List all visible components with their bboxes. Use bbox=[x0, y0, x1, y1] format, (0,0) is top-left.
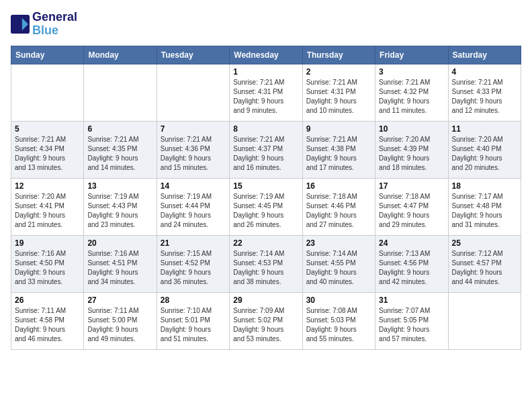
day-info: Sunrise: 7:11 AM Sunset: 4:58 PM Dayligh… bbox=[15, 306, 80, 344]
calendar-week-1: 1Sunrise: 7:21 AM Sunset: 4:31 PM Daylig… bbox=[11, 64, 521, 121]
day-number: 9 bbox=[306, 124, 371, 134]
weekday-header-friday: Friday bbox=[375, 46, 448, 64]
calendar-cell: 31Sunrise: 7:07 AM Sunset: 5:05 PM Dayli… bbox=[375, 292, 448, 349]
weekday-header-saturday: Saturday bbox=[448, 46, 521, 64]
calendar-cell: 6Sunrise: 7:21 AM Sunset: 4:35 PM Daylig… bbox=[84, 121, 157, 178]
day-number: 22 bbox=[233, 238, 298, 248]
day-number: 3 bbox=[379, 67, 444, 77]
day-number: 23 bbox=[306, 238, 371, 248]
day-info: Sunrise: 7:21 AM Sunset: 4:32 PM Dayligh… bbox=[379, 78, 444, 116]
day-info: Sunrise: 7:10 AM Sunset: 5:01 PM Dayligh… bbox=[161, 306, 226, 344]
day-info: Sunrise: 7:19 AM Sunset: 4:44 PM Dayligh… bbox=[161, 192, 226, 230]
day-number: 13 bbox=[87, 181, 152, 191]
day-number: 31 bbox=[379, 295, 444, 305]
header: General Blue bbox=[11, 11, 521, 38]
day-number: 26 bbox=[15, 295, 80, 305]
weekday-header-tuesday: Tuesday bbox=[157, 46, 229, 64]
calendar-week-3: 12Sunrise: 7:20 AM Sunset: 4:41 PM Dayli… bbox=[11, 178, 521, 235]
calendar-cell: 7Sunrise: 7:21 AM Sunset: 4:36 PM Daylig… bbox=[157, 121, 229, 178]
calendar-cell: 13Sunrise: 7:19 AM Sunset: 4:43 PM Dayli… bbox=[84, 178, 157, 235]
calendar-cell: 21Sunrise: 7:15 AM Sunset: 4:52 PM Dayli… bbox=[157, 235, 229, 292]
day-number: 12 bbox=[15, 181, 80, 191]
calendar-cell: 24Sunrise: 7:13 AM Sunset: 4:56 PM Dayli… bbox=[375, 235, 448, 292]
weekday-header-wednesday: Wednesday bbox=[230, 46, 302, 64]
day-info: Sunrise: 7:20 AM Sunset: 4:40 PM Dayligh… bbox=[452, 135, 517, 173]
day-info: Sunrise: 7:18 AM Sunset: 4:47 PM Dayligh… bbox=[379, 192, 444, 230]
calendar-cell: 25Sunrise: 7:12 AM Sunset: 4:57 PM Dayli… bbox=[448, 235, 521, 292]
calendar-cell: 23Sunrise: 7:14 AM Sunset: 4:55 PM Dayli… bbox=[302, 235, 375, 292]
calendar-cell: 17Sunrise: 7:18 AM Sunset: 4:47 PM Dayli… bbox=[375, 178, 448, 235]
calendar-cell: 22Sunrise: 7:14 AM Sunset: 4:53 PM Dayli… bbox=[230, 235, 302, 292]
day-info: Sunrise: 7:17 AM Sunset: 4:48 PM Dayligh… bbox=[452, 192, 517, 230]
day-info: Sunrise: 7:13 AM Sunset: 4:56 PM Dayligh… bbox=[379, 249, 444, 287]
day-number: 29 bbox=[233, 295, 298, 305]
day-info: Sunrise: 7:14 AM Sunset: 4:53 PM Dayligh… bbox=[233, 249, 298, 287]
logo-icon bbox=[11, 15, 30, 34]
day-info: Sunrise: 7:20 AM Sunset: 4:41 PM Dayligh… bbox=[15, 192, 80, 230]
weekday-header-thursday: Thursday bbox=[302, 46, 375, 64]
day-info: Sunrise: 7:21 AM Sunset: 4:37 PM Dayligh… bbox=[233, 135, 298, 173]
calendar-cell bbox=[157, 64, 229, 121]
calendar-week-5: 26Sunrise: 7:11 AM Sunset: 4:58 PM Dayli… bbox=[11, 292, 521, 349]
day-info: Sunrise: 7:07 AM Sunset: 5:05 PM Dayligh… bbox=[379, 306, 444, 344]
calendar-cell: 26Sunrise: 7:11 AM Sunset: 4:58 PM Dayli… bbox=[11, 292, 84, 349]
day-info: Sunrise: 7:21 AM Sunset: 4:31 PM Dayligh… bbox=[233, 78, 298, 116]
calendar-cell: 2Sunrise: 7:21 AM Sunset: 4:31 PM Daylig… bbox=[302, 64, 375, 121]
calendar-cell: 11Sunrise: 7:20 AM Sunset: 4:40 PM Dayli… bbox=[448, 121, 521, 178]
day-number: 2 bbox=[306, 67, 371, 77]
day-number: 1 bbox=[233, 67, 298, 77]
calendar-cell: 1Sunrise: 7:21 AM Sunset: 4:31 PM Daylig… bbox=[230, 64, 302, 121]
day-number: 15 bbox=[233, 181, 298, 191]
day-info: Sunrise: 7:21 AM Sunset: 4:38 PM Dayligh… bbox=[306, 135, 371, 173]
day-info: Sunrise: 7:12 AM Sunset: 4:57 PM Dayligh… bbox=[452, 249, 517, 287]
logo: General Blue bbox=[11, 11, 77, 38]
day-number: 16 bbox=[306, 181, 371, 191]
day-info: Sunrise: 7:09 AM Sunset: 5:02 PM Dayligh… bbox=[233, 306, 298, 344]
day-info: Sunrise: 7:19 AM Sunset: 4:45 PM Dayligh… bbox=[233, 192, 298, 230]
calendar-cell: 18Sunrise: 7:17 AM Sunset: 4:48 PM Dayli… bbox=[448, 178, 521, 235]
calendar-cell: 16Sunrise: 7:18 AM Sunset: 4:46 PM Dayli… bbox=[302, 178, 375, 235]
day-number: 17 bbox=[379, 181, 444, 191]
weekday-header-monday: Monday bbox=[84, 46, 157, 64]
calendar-cell: 19Sunrise: 7:16 AM Sunset: 4:50 PM Dayli… bbox=[11, 235, 84, 292]
day-info: Sunrise: 7:21 AM Sunset: 4:35 PM Dayligh… bbox=[87, 135, 152, 173]
day-info: Sunrise: 7:21 AM Sunset: 4:34 PM Dayligh… bbox=[15, 135, 80, 173]
day-number: 14 bbox=[161, 181, 226, 191]
calendar: SundayMondayTuesdayWednesdayThursdayFrid… bbox=[11, 46, 521, 350]
day-number: 4 bbox=[452, 67, 517, 77]
day-number: 5 bbox=[15, 124, 80, 134]
calendar-cell: 5Sunrise: 7:21 AM Sunset: 4:34 PM Daylig… bbox=[11, 121, 84, 178]
day-number: 27 bbox=[87, 295, 152, 305]
day-info: Sunrise: 7:19 AM Sunset: 4:43 PM Dayligh… bbox=[87, 192, 152, 230]
day-info: Sunrise: 7:21 AM Sunset: 4:36 PM Dayligh… bbox=[161, 135, 226, 173]
calendar-cell: 10Sunrise: 7:20 AM Sunset: 4:39 PM Dayli… bbox=[375, 121, 448, 178]
day-info: Sunrise: 7:16 AM Sunset: 4:51 PM Dayligh… bbox=[87, 249, 152, 287]
calendar-cell: 28Sunrise: 7:10 AM Sunset: 5:01 PM Dayli… bbox=[157, 292, 229, 349]
day-number: 6 bbox=[87, 124, 152, 134]
day-info: Sunrise: 7:11 AM Sunset: 5:00 PM Dayligh… bbox=[87, 306, 152, 344]
day-number: 25 bbox=[452, 238, 517, 248]
calendar-cell: 12Sunrise: 7:20 AM Sunset: 4:41 PM Dayli… bbox=[11, 178, 84, 235]
calendar-week-4: 19Sunrise: 7:16 AM Sunset: 4:50 PM Dayli… bbox=[11, 235, 521, 292]
calendar-cell: 14Sunrise: 7:19 AM Sunset: 4:44 PM Dayli… bbox=[157, 178, 229, 235]
logo-text: General Blue bbox=[32, 11, 77, 38]
calendar-cell bbox=[11, 64, 84, 121]
day-number: 7 bbox=[161, 124, 226, 134]
day-number: 8 bbox=[233, 124, 298, 134]
day-number: 20 bbox=[87, 238, 152, 248]
calendar-cell: 29Sunrise: 7:09 AM Sunset: 5:02 PM Dayli… bbox=[230, 292, 302, 349]
day-info: Sunrise: 7:21 AM Sunset: 4:33 PM Dayligh… bbox=[452, 78, 517, 116]
day-info: Sunrise: 7:15 AM Sunset: 4:52 PM Dayligh… bbox=[161, 249, 226, 287]
calendar-cell: 20Sunrise: 7:16 AM Sunset: 4:51 PM Dayli… bbox=[84, 235, 157, 292]
day-number: 30 bbox=[306, 295, 371, 305]
calendar-cell: 4Sunrise: 7:21 AM Sunset: 4:33 PM Daylig… bbox=[448, 64, 521, 121]
day-number: 19 bbox=[15, 238, 80, 248]
day-info: Sunrise: 7:08 AM Sunset: 5:03 PM Dayligh… bbox=[306, 306, 371, 344]
calendar-cell: 30Sunrise: 7:08 AM Sunset: 5:03 PM Dayli… bbox=[302, 292, 375, 349]
calendar-cell: 8Sunrise: 7:21 AM Sunset: 4:37 PM Daylig… bbox=[230, 121, 302, 178]
calendar-cell: 3Sunrise: 7:21 AM Sunset: 4:32 PM Daylig… bbox=[375, 64, 448, 121]
calendar-cell: 9Sunrise: 7:21 AM Sunset: 4:38 PM Daylig… bbox=[302, 121, 375, 178]
calendar-cell bbox=[84, 64, 157, 121]
calendar-week-2: 5Sunrise: 7:21 AM Sunset: 4:34 PM Daylig… bbox=[11, 121, 521, 178]
day-info: Sunrise: 7:21 AM Sunset: 4:31 PM Dayligh… bbox=[306, 78, 371, 116]
